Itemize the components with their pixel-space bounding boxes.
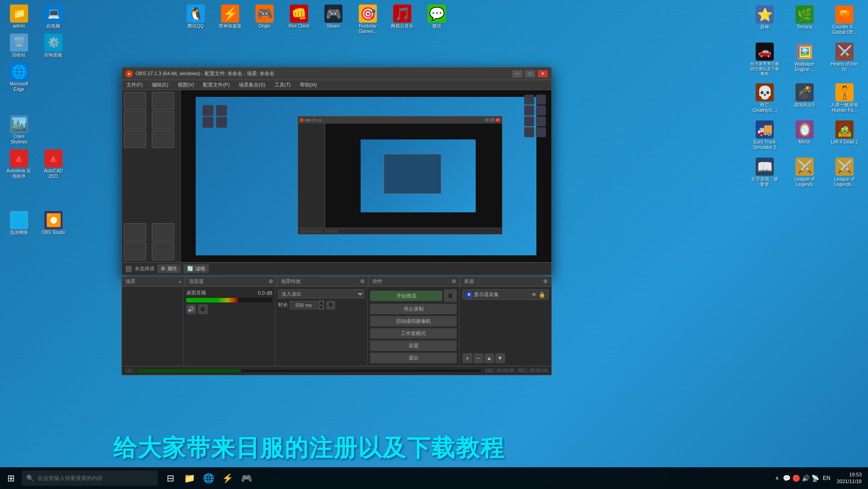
obs-source-content: 🖥 显示器采集 👁 🔒 + − ▲ ▼ xyxy=(460,287,551,366)
obs-mixer-settings[interactable]: ⚙ xyxy=(198,304,208,314)
systray-language[interactable]: EN xyxy=(821,473,832,483)
obs-menu-tools[interactable]: 工具(T) xyxy=(270,80,295,90)
obs-panel-scene-header: 场景 + xyxy=(122,277,185,286)
desktop-icon-terraria[interactable]: 🌿 Terraria xyxy=(788,4,821,37)
obs-source-lock[interactable]: 🔒 xyxy=(539,292,545,298)
desktop-icon-wallpaper[interactable]: 🖼️ Wallpaper Engine:... xyxy=(788,41,821,78)
obs-virtual-camera-button[interactable]: 启动虚拟摄像机 xyxy=(370,316,456,326)
desktop-icon-autocad[interactable]: 🔺 AutoCAD 2021 xyxy=(37,148,70,181)
desktop-icon-riot[interactable]: 👊 Riot Client xyxy=(283,3,315,36)
systray-network-icon[interactable]: 📡 xyxy=(811,475,819,482)
obs-panel-controls-header: 控件 ⚙ xyxy=(369,277,460,286)
desktop-icon-euro-truck[interactable]: 🚚 Euro Truck Simulator 2 xyxy=(748,119,781,152)
obs-source-down[interactable]: ▼ xyxy=(495,353,505,363)
obs-close-button[interactable]: ✕ xyxy=(538,70,548,77)
obs-panel-mixer-header: 混音器 ⚙ xyxy=(185,277,277,286)
obs-preview-area: OBS 27.1.3... ─ □ ✕ xyxy=(181,90,551,262)
obs-scene-content xyxy=(122,287,183,366)
obs-menu-help[interactable]: 帮助(H) xyxy=(295,80,321,90)
start-button[interactable]: ⊞ xyxy=(0,467,22,489)
obs-menu-file[interactable]: 文件(F) xyxy=(122,80,147,90)
obs-status-bar: LVL: SBC: 00:00:00 REC: 00:00:00 xyxy=(122,366,551,375)
desktop-icon-league2[interactable]: ⚔️ League of Legends... xyxy=(828,156,861,189)
obs-source-eye[interactable]: 👁 xyxy=(531,292,537,298)
taskbar-search-box[interactable]: 🔍 xyxy=(22,470,158,486)
obs-attr-button[interactable]: ⚙ 属性 xyxy=(157,264,181,273)
desktop-icon-file-explorer[interactable]: 💻 此电脑 xyxy=(37,3,70,31)
obs-transition-select[interactable]: 淡入淡出 xyxy=(278,289,364,298)
systray-chat-icon[interactable]: 💬 xyxy=(783,475,791,482)
desktop-icon-gta[interactable]: 🚗 给大家带来日服的注册以及下载教程 xyxy=(748,41,781,78)
taskbar-pin-file-explorer[interactable]: 📁 xyxy=(180,469,198,487)
obs-settings-button[interactable]: 设置 xyxy=(370,340,456,351)
obs-filter-button[interactable]: 🔄 滤镜 xyxy=(183,264,209,273)
desktop-icon-admin[interactable]: 📁 admin xyxy=(3,3,35,31)
desktop-icon-rockstar[interactable]: 🎯 Rockstar Games... xyxy=(352,3,384,36)
obs-main-content: OBS 27.1.3... ─ □ ✕ xyxy=(122,90,551,262)
desktop-icon-human-fall[interactable]: 🧍 人类一败涂地 Human Fa... xyxy=(828,82,861,115)
obs-stop-record-button[interactable]: 停止录制 xyxy=(370,304,456,314)
obs-minimize-button[interactable]: ─ xyxy=(512,70,522,77)
obs-menu-profile[interactable]: 配置文件(P) xyxy=(198,80,234,90)
obs-titlebar: ● OBS 27.1.3 (64-bit, windows) - 配置文件: 未… xyxy=(122,67,551,80)
systray-volume-icon[interactable]: 🔊 xyxy=(802,475,810,482)
taskbar-pin-game[interactable]: 🎮 xyxy=(237,469,256,487)
taskbar-clock: 19:53 2021/11/18 xyxy=(834,471,864,485)
desktop-icon-obs[interactable]: ⏺️ OBS Studio xyxy=(37,209,70,237)
desktop-icon-thunder[interactable]: ⚡ 雷神加速器 xyxy=(214,3,246,36)
systray-security-icon[interactable]: 🔴 xyxy=(792,475,800,482)
obs-maximize-button[interactable]: □ xyxy=(525,70,535,77)
desktop-icon-cities[interactable]: 🏙️ Cities Skylines xyxy=(3,113,35,147)
obs-menu-view[interactable]: 视图(V) xyxy=(173,80,199,90)
systray-expand[interactable]: ∧ xyxy=(773,473,781,483)
desktop-icon-league1[interactable]: ⚔️ League of Legends xyxy=(788,156,821,189)
desktop-icon-left4dead[interactable]: 🧟 Left 4 Dead 2 xyxy=(828,119,861,152)
top-center-icons: 🐧 腾讯QQ ⚡ 雷神加速器 🎮 Origin 👊 Riot Client 🎮 … xyxy=(177,0,456,39)
desktop-icon-wechat[interactable]: 💬 微信 xyxy=(420,3,453,36)
desktop: 📁 admin 💻 此电脑 🗑️ 回收站 ⚙️ 控制面板 🌐 Microsoft… xyxy=(0,0,868,489)
desktop-icon-qq[interactable]: 🐧 腾讯QQ xyxy=(179,3,212,36)
taskbar-search-input[interactable] xyxy=(38,475,153,481)
obs-stream-settings-button[interactable]: ⏸ xyxy=(444,289,457,302)
obs-bottom-toolbar: 未选择源 ⚙ 属性 🔄 滤镜 xyxy=(122,262,551,275)
obs-duration-down[interactable]: ▼ xyxy=(318,305,324,310)
taskbar-pin-task-view[interactable]: ⊟ xyxy=(161,469,179,487)
desktop-icon-recycle[interactable]: 🗑️ 回收站 xyxy=(3,32,35,60)
desktop-icon-origin[interactable]: 🎮 Origin xyxy=(248,3,281,36)
obs-start-stream-button[interactable]: 开始推流 xyxy=(370,291,442,301)
obs-mute-button[interactable]: 🔊 xyxy=(186,304,196,314)
obs-menu-scene-collection[interactable]: 场景集合(S) xyxy=(234,80,270,90)
desktop-icon-edge[interactable]: 🌐 Microsoft Edge xyxy=(3,61,35,94)
desktop-icon-battlefield[interactable]: 💣 战地风云5 xyxy=(788,82,821,115)
taskbar-pin-browser[interactable]: 🌐 xyxy=(199,469,217,487)
desktop-icon-control-panel[interactable]: ⚙️ 控制面板 xyxy=(37,32,70,60)
obs-quit-button[interactable]: 退出 xyxy=(370,353,456,363)
desktop-icon-wz-game[interactable]: 📖 文字游戏：第零章 xyxy=(748,156,781,189)
obs-window: ● OBS 27.1.3 (64-bit, windows) - 配置文件: 未… xyxy=(121,67,552,275)
obs-source-up[interactable]: ▲ xyxy=(484,353,494,363)
obs-mixer-content: 桌面音频 0.0 dB 🔊 ⚙ xyxy=(183,287,275,366)
desktop-icon-yuanshen[interactable]: ⭐ 原神 xyxy=(748,4,781,37)
obs-source-remove[interactable]: − xyxy=(473,353,483,363)
desktop-icon-deathly[interactable]: 💀 死亡（DeathlyS...） xyxy=(748,82,781,115)
desktop-icon-autodesk[interactable]: 🔺 Autodesk 应用程序 xyxy=(3,148,35,181)
obs-duration-up[interactable]: ▲ xyxy=(318,300,324,305)
obs-source-add[interactable]: + xyxy=(463,353,473,363)
taskbar-pin-thunder[interactable]: ⚡ xyxy=(218,469,236,487)
search-icon: 🔍 xyxy=(26,475,34,482)
desktop-icon-mirror[interactable]: 🪞 Mirror xyxy=(788,119,821,152)
desktop-icon-netease[interactable]: 🎵 网易云音乐 xyxy=(386,3,419,36)
taskbar-systray: ∧ 💬 🔴 🔊 📡 EN 19:53 2021/11/18 xyxy=(773,471,868,485)
obs-studio-mode-button[interactable]: 工作室模式 xyxy=(370,328,456,339)
obs-bottom-panels: 场景 + 混音器 ⚙ 场景特效 ⚙ 控件 ⚙ 来源 ⚙ xyxy=(121,276,552,375)
desktop-icon-counter-strike[interactable]: 🔫 Counter-S... Global Off... xyxy=(828,4,861,37)
obs-menu-edit[interactable]: 编辑(E) xyxy=(147,80,173,90)
desktop-icon-steam[interactable]: 🎮 Steam xyxy=(317,3,350,36)
obs-transition-settings[interactable]: ⚙ xyxy=(326,301,335,310)
taskbar: ⊞ 🔍 ⊟ 📁 🌐 ⚡ 🎮 ∧ 💬 🔴 🔊 📡 EN 19:53 2021/11… xyxy=(0,467,868,489)
obs-panel-effects-header: 场景特效 ⚙ xyxy=(277,277,369,286)
desktop-icon-hearts-iron[interactable]: ⚔️ Hearts of Iron IV xyxy=(828,41,861,78)
obs-transition-duration[interactable] xyxy=(290,301,317,309)
desktop-icon-steam-net[interactable]: 🌐 迅游网络 xyxy=(3,209,35,237)
obs-left-panel xyxy=(122,90,181,262)
